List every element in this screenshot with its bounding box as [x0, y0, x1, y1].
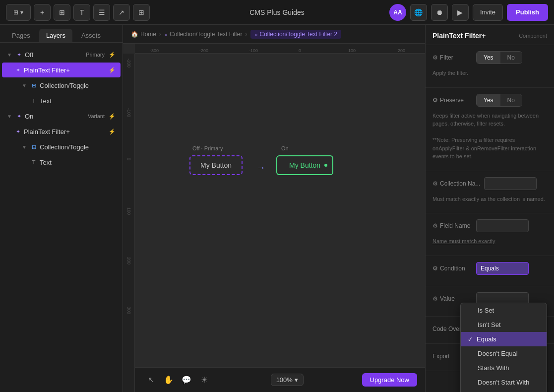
layer-label: Text	[40, 97, 116, 105]
text-icon-2: T	[30, 158, 38, 166]
lightning-icon-3: ⚡	[109, 113, 116, 120]
dropdown-item-doesnt-equal[interactable]: Doesn't Equal	[461, 346, 547, 361]
preserve-label: ⚙ Preserve	[432, 94, 472, 104]
dropdown-item-label: Starts With	[478, 364, 509, 372]
gear-icon-preserve: ⚙	[432, 97, 438, 104]
field-name-input[interactable]	[476, 219, 529, 232]
play-button[interactable]: ▶	[452, 4, 469, 21]
breadcrumb-sep-1: ›	[159, 31, 161, 38]
dropdown-item-equals[interactable]: Equals	[461, 332, 547, 346]
publish-button[interactable]: Publish	[507, 4, 548, 21]
topbar: ⊞ ▾ + ⊞ T ☰ ↗ ⊞ CMS Plus Guides AA 🌐 ⏺ ▶…	[0, 0, 554, 25]
layer-label: Text	[40, 159, 116, 166]
layer-text-1[interactable]: T Text	[2, 93, 121, 108]
grid-button[interactable]: ⊞	[54, 4, 70, 21]
filter-desc: Apply the filter.	[432, 69, 547, 81]
canvas-content[interactable]: -300 -200 -100 0 100 200 300 400 -200 -1…	[123, 44, 425, 392]
layer-plaintextfilter-2[interactable]: ✦ PlainText Filter+ ⚡	[2, 124, 121, 139]
button-off[interactable]: My Button	[189, 155, 243, 175]
dropdown-item-doesnt-start-with[interactable]: Doesn't Start With	[461, 375, 547, 390]
tab-assets[interactable]: Assets	[74, 29, 108, 42]
filter-yes-btn[interactable]: Yes	[477, 52, 500, 64]
field-name-desc: Name must match exactly	[432, 237, 547, 250]
collection-icon-2: ⊞	[30, 143, 38, 151]
ruler-vtick: 0	[126, 158, 131, 160]
condition-label: ⚙ Condition	[432, 262, 472, 272]
dropdown-item-ends-with[interactable]: Ends With	[461, 390, 547, 392]
condition-input[interactable]	[476, 262, 529, 275]
breadcrumb-item-1[interactable]: ⬦ Collection/Toggle Text Filter	[164, 31, 243, 38]
dropdown-item-label: Is Set	[478, 307, 494, 314]
layer-badge-variant: Variant	[88, 113, 105, 119]
bottom-bar: ↖ ✋ 💬 ☀ 100% ▾ Upgrade Now	[135, 367, 425, 392]
dropdown-item-label: Isn't Set	[478, 321, 501, 328]
workspace-selector[interactable]: ⊞ ▾	[6, 4, 31, 21]
invite-button[interactable]: Invite	[473, 4, 503, 21]
components-button[interactable]: ⊞	[133, 4, 150, 21]
component-icon: ✦	[15, 51, 23, 59]
filter-row: ⚙ Filter Yes No	[432, 51, 547, 64]
collapse-arrow: ▼	[7, 52, 13, 58]
collapse-arrow-2: ▼	[22, 83, 28, 88]
lightning-icon-4: ⚡	[109, 129, 116, 135]
gear-icon-filter: ⚙	[432, 54, 438, 61]
layer-text-2[interactable]: T Text	[2, 155, 121, 170]
upgrade-button[interactable]: Upgrade Now	[362, 373, 418, 387]
layer-on-variant[interactable]: ▼ ✦ On Variant ⚡	[2, 109, 121, 124]
layer-collection-toggle-1[interactable]: ▼ ⊞ Collection/Toggle	[2, 78, 121, 93]
button-on-state-label: On	[281, 145, 289, 151]
avatar-button[interactable]: AA	[389, 4, 406, 21]
layer-off-primary[interactable]: ▼ ✦ Off Primary ⚡	[2, 47, 121, 62]
ruler-vtick: -100	[126, 108, 131, 117]
hand-tool[interactable]: ✋	[161, 372, 177, 388]
layer-plaintextfilter-1[interactable]: ✦ PlainText Filter+ ⚡	[2, 63, 121, 77]
dropdown-item-label: Doesn't Equal	[478, 350, 518, 357]
gear-icon-value: ⚙	[432, 295, 438, 302]
collection-name-label: ⚙ Collection Na...	[432, 177, 480, 187]
link-button[interactable]: ↗	[113, 4, 130, 21]
collection-icon-bc2: ⬦	[254, 31, 258, 38]
zoom-control[interactable]: 100% ▾	[271, 374, 304, 386]
canvas-area: 🏠 Home › ⬦ Collection/Toggle Text Filter…	[123, 25, 425, 392]
ruler-vtick: -200	[126, 59, 131, 67]
right-panel-header: PlainText Filter+ Component	[426, 25, 554, 45]
condition-dropdown: Is Set Isn't Set Equals Doesn't Equal St…	[460, 303, 547, 392]
preserve-yes-btn[interactable]: Yes	[477, 94, 500, 106]
tab-layers[interactable]: Layers	[39, 29, 72, 42]
layer-label: PlainText Filter+	[24, 128, 107, 135]
dropdown-item-starts-with[interactable]: Starts With	[461, 361, 547, 375]
layer-collection-toggle-2[interactable]: ▼ ⊞ Collection/Toggle	[2, 139, 121, 154]
tab-pages[interactable]: Pages	[5, 29, 37, 42]
lightning-icon-2: ⚡	[109, 67, 116, 73]
add-button[interactable]: +	[34, 4, 51, 21]
collection-name-input[interactable]	[484, 177, 537, 190]
text-button[interactable]: T	[73, 4, 90, 21]
collection-icon-bc: ⬦	[164, 31, 168, 38]
sun-tool[interactable]: ☀	[196, 372, 212, 388]
breadcrumb: 🏠 Home › ⬦ Collection/Toggle Text Filter…	[123, 25, 425, 44]
select-tool[interactable]: ↖	[143, 372, 159, 388]
record-button[interactable]: ⏺	[431, 4, 448, 21]
gear-icon-collection: ⚙	[432, 180, 438, 187]
right-panel: PlainText Filter+ Component ⚙ Filter Yes…	[425, 25, 554, 392]
globe-button[interactable]: 🌐	[410, 4, 427, 21]
filter-no-btn[interactable]: No	[500, 52, 522, 64]
filter-label: ⚙ Filter	[432, 51, 472, 61]
collapse-arrow-3: ▼	[7, 114, 13, 119]
breadcrumb-home[interactable]: 🏠 Home	[131, 31, 156, 38]
comment-tool[interactable]: 💬	[179, 372, 194, 388]
dropdown-item-is-set[interactable]: Is Set	[461, 303, 547, 318]
ruler-tick: -200	[199, 48, 208, 53]
ruler-tick: 200	[398, 48, 405, 53]
collection-name-row: ⚙ Collection Na...	[432, 177, 547, 190]
ruler-vtick: 100	[126, 207, 131, 215]
preserve-no-btn[interactable]: No	[500, 94, 522, 106]
layers-button[interactable]: ☰	[93, 4, 110, 21]
dropdown-item-isnt-set[interactable]: Isn't Set	[461, 318, 547, 332]
breadcrumb-item-current[interactable]: ⬦ Collection/Toggle Text Filter 2	[250, 30, 342, 39]
ruler-horizontal: -300 -200 -100 0 100 200 300 400	[135, 44, 425, 54]
topbar-title: CMS Plus Guides	[249, 8, 304, 16]
dropdown-item-label: Doesn't Start With	[478, 379, 529, 386]
component-icon-4: ✦	[14, 128, 22, 135]
ruler-tick: -300	[150, 48, 159, 53]
